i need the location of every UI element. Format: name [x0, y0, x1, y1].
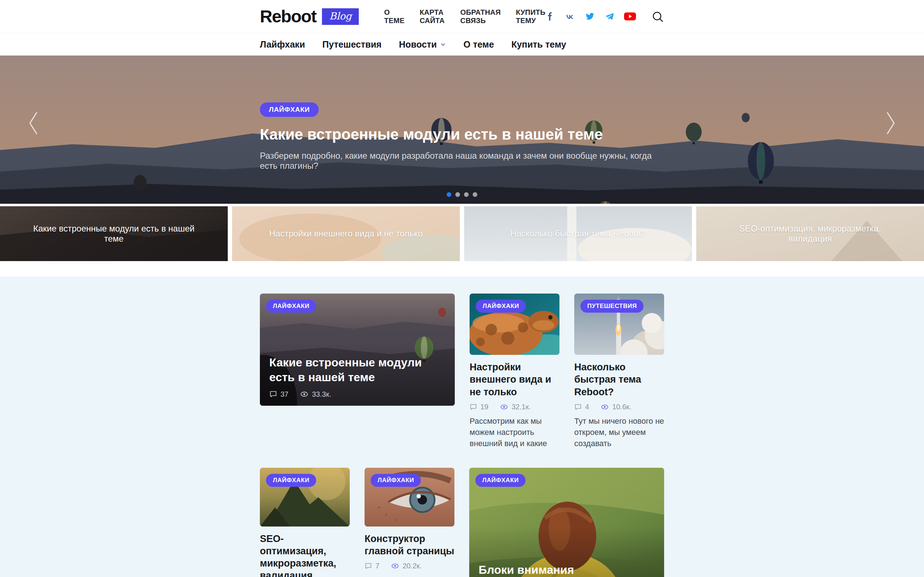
category-badge[interactable]: ЛАЙФХАКИ	[266, 474, 316, 487]
views-icon	[300, 390, 309, 398]
post-image-rocket[interactable]: ПУТЕШЕСТВИЯ	[574, 293, 664, 355]
facebook-icon[interactable]	[545, 12, 554, 21]
hero-subtitle: Разберем подробно, какие модули разработ…	[260, 151, 664, 171]
post-meta: 19 32.1к.	[470, 403, 559, 411]
post-excerpt: Рассмотрим как мы можем настроить внешни…	[470, 416, 559, 449]
post-title[interactable]: Конструктор главной страницы	[365, 533, 454, 558]
logo-text: Reboot	[260, 6, 316, 26]
hero-title[interactable]: Какие встроенные модули есть в нашей тем…	[260, 126, 664, 143]
views-icon	[601, 403, 609, 411]
posts-section: ЛАЙФХАКИ Какие встроенные модули есть в …	[0, 277, 924, 577]
site-header: Reboot Blog О ТЕМЕ КАРТА САЙТА ОБРАТНАЯ …	[0, 0, 924, 33]
comment-icon	[269, 390, 277, 398]
carousel-dot-3[interactable]	[464, 192, 469, 197]
views-count: 10.6к.	[612, 403, 631, 411]
post-card-appearance: ЛАЙФХАКИ Настройки внешнего вида и не то…	[470, 293, 559, 449]
comment-icon	[365, 562, 372, 570]
vk-icon[interactable]	[564, 12, 575, 21]
header-link-about[interactable]: О ТЕМЕ	[384, 8, 404, 25]
chevron-left-icon	[26, 110, 41, 137]
comment-count: 4	[585, 403, 589, 411]
post-excerpt: Первая наша тема с конструктором для гла…	[365, 574, 454, 577]
comment-count: 19	[480, 403, 488, 411]
carousel-next-button[interactable]	[883, 110, 898, 138]
header-link-sitemap[interactable]: КАРТА САЙТА	[420, 8, 446, 25]
views-count: 20.2к.	[402, 562, 422, 570]
telegram-icon[interactable]	[604, 12, 614, 21]
header-link-buy-theme[interactable]: КУПИТЬ ТЕМУ	[516, 8, 545, 25]
carousel-dot-2[interactable]	[456, 192, 460, 197]
main-menu: Лайфхаки Путешествия Новости О теме Купи…	[0, 33, 924, 56]
carousel-prev-button[interactable]	[26, 110, 41, 138]
posts-row-2: ЛАЙФХАКИ SEO-оптимизация, микроразметка,…	[260, 468, 664, 577]
post-card-builder: ЛАЙФХАКИ Конструктор главной страницы 7 …	[365, 468, 454, 577]
hero-category-badge[interactable]: ЛАЙФХАКИ	[260, 102, 319, 117]
post-title[interactable]: Блоки внимания	[478, 562, 655, 577]
post-title[interactable]: SEO-оптимизация, микроразметка, валидаци…	[260, 533, 350, 577]
comment-count: 37	[281, 390, 288, 398]
post-title[interactable]: Какие встроенные модули есть в нашей тем…	[269, 355, 446, 385]
menu-item-lifehacks[interactable]: Лайфхаки	[260, 39, 305, 50]
thumbnail-slide-1[interactable]: Какие встроенные модули есть в нашей тем…	[0, 206, 228, 261]
hero-carousel: ЛАЙФХАКИ Какие встроенные модули есть в …	[0, 56, 924, 204]
social-links	[545, 12, 636, 21]
carousel-thumbnails: Какие встроенные модули есть в нашей тем…	[0, 206, 924, 261]
site-logo[interactable]: Reboot Blog	[260, 6, 359, 26]
category-badge[interactable]: ЛАЙФХАКИ	[371, 474, 421, 487]
menu-item-news[interactable]: Новости	[399, 39, 446, 50]
carousel-dot-4[interactable]	[473, 192, 478, 197]
category-badge[interactable]: ЛАЙФХАКИ	[266, 300, 316, 313]
menu-item-travel[interactable]: Путешествия	[322, 39, 381, 50]
search-icon	[651, 10, 664, 23]
menu-item-buy-theme[interactable]: Купить тему	[512, 39, 566, 50]
post-image-eye[interactable]: ЛАЙФХАКИ	[365, 468, 454, 527]
twitter-icon[interactable]	[585, 12, 595, 21]
post-image-mountain[interactable]: ЛАЙФХАКИ	[260, 468, 350, 527]
post-card-seo: ЛАЙФХАКИ SEO-оптимизация, микроразметка,…	[260, 468, 350, 577]
post-meta: 7 20.2к.	[365, 562, 454, 570]
comment-icon	[470, 403, 477, 411]
posts-row-1: ЛАЙФХАКИ Какие встроенные модули есть в …	[260, 293, 664, 449]
post-title[interactable]: Настройки внешнего вида и не только	[470, 361, 559, 398]
category-badge[interactable]: ЛАЙФХАКИ	[476, 300, 526, 313]
logo-blog-badge: Blog	[322, 8, 359, 25]
menu-item-about[interactable]: О теме	[464, 39, 494, 50]
carousel-dot-1[interactable]	[447, 192, 452, 197]
chevron-right-icon	[883, 110, 898, 137]
thumbnail-slide-3[interactable]: Насколько быстрая тема Reboot?	[464, 206, 692, 261]
views-count: 33.3к.	[312, 390, 331, 398]
thumbnail-slide-2[interactable]: Настройки внешнего вида и не только	[232, 206, 460, 261]
comment-count: 7	[375, 562, 380, 570]
header-link-feedback[interactable]: ОБРАТНАЯ СВЯЗЬ	[460, 8, 501, 25]
views-count: 32.1к.	[512, 403, 531, 411]
post-title[interactable]: Насколько быстрая тема Reboot?	[574, 361, 664, 398]
comment-icon	[574, 403, 582, 411]
category-badge[interactable]: ПУТЕШЕСТВИЯ	[580, 300, 643, 313]
category-badge[interactable]: ЛАЙФХАКИ	[475, 474, 525, 487]
header-nav: О ТЕМЕ КАРТА САЙТА ОБРАТНАЯ СВЯЗЬ КУПИТЬ…	[384, 8, 545, 25]
post-card-attention-blocks[interactable]: ЛАЙФХАКИ Блоки внимания 6 12к.	[469, 468, 664, 577]
post-meta: 37 33.3к.	[269, 390, 446, 398]
chevron-down-icon	[440, 42, 446, 48]
carousel-dots	[447, 192, 478, 197]
views-icon	[391, 562, 399, 570]
search-button[interactable]	[651, 10, 664, 23]
views-icon	[500, 403, 508, 411]
post-image-turtle[interactable]: ЛАЙФХАКИ	[470, 293, 559, 355]
post-meta: 4 10.6к.	[574, 403, 664, 411]
thumbnail-slide-4[interactable]: SEO-оптимизация, микроразметка, валидаци…	[696, 206, 924, 261]
post-card-modules[interactable]: ЛАЙФХАКИ Какие встроенные модули есть в …	[260, 293, 455, 406]
post-excerpt: Тут мы ничего нового не откроем, мы умее…	[574, 416, 664, 449]
post-card-speed: ПУТЕШЕСТВИЯ Насколько быстрая тема Reboo…	[574, 293, 664, 449]
youtube-icon[interactable]	[624, 12, 636, 21]
